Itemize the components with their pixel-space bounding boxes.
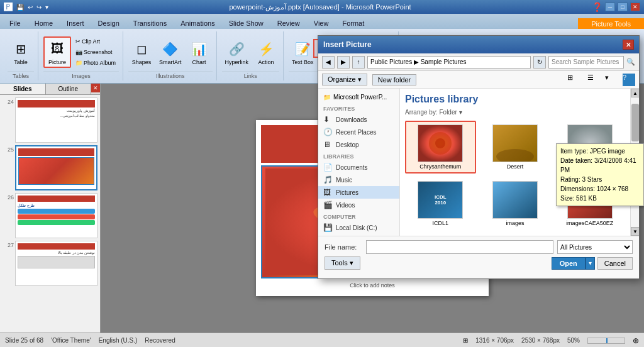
sidebar-documents[interactable]: 📄 Documents [318,161,399,174]
tab-review[interactable]: Review [270,17,307,29]
file-item-icdl[interactable]: ICDL2010 ICDL1 [405,177,476,230]
search-icon: 🔍 [626,58,635,66]
svg-point-14 [435,138,445,148]
slide-panel-close[interactable]: ✕ [91,84,100,92]
sidebar-local-disk[interactable]: 💾 Local Disk (C:) [318,221,399,234]
sidebar-music[interactable]: 🎵 Music [318,174,399,186]
tooltip-item-type: Item type: JPEG image [560,146,640,156]
slide-preview-25[interactable] [15,145,97,190]
icdl-label: ICDL1 [433,220,449,226]
slide-thumb-26[interactable]: 26 طرح تفکل [3,193,97,238]
open-dropdown-button[interactable]: ▾ [586,257,595,270]
slide-thumb-25[interactable]: 25 [3,145,97,190]
outline-tab[interactable]: Outline [46,84,92,94]
tab-view[interactable]: View [307,17,336,29]
desktop-icon: 🖥 [323,140,333,149]
action-button[interactable]: ⚡ Action [253,37,279,67]
images-group-label: Images [43,71,119,79]
favorites-label: Favorites [318,103,399,113]
ribbon-group-links: 🔗 Hyperlink ⚡ Action Links [218,31,284,80]
close-button[interactable]: ✕ [630,3,640,11]
shapes-button[interactable]: ◻ Shapes [128,37,155,67]
sidebar-desktop[interactable]: 🖥 Desktop [318,138,399,151]
tools-button[interactable]: Tools ▾ [325,256,360,270]
slides-tab[interactable]: Slides [0,84,46,94]
screenshot-button[interactable]: 📷 Screenshot [72,47,119,57]
dialog-footer: File name: All Pictures Tools ▾ Open ▾ C… [318,236,639,278]
imagescaesar-label: imagesCAEA50EZ [566,220,613,226]
zoom-in-icon[interactable]: ⊕ [633,336,639,345]
open-button-group: Open ▾ [552,257,595,270]
slide-thumb-27[interactable]: 27 نوشتن متن در طبقه بالا [3,241,97,286]
chart-icon: 📊 [189,39,209,59]
tab-insert[interactable]: Insert [60,17,91,29]
ribbon-group-tables: ⊞ Table Tables [4,31,38,80]
titlebar: 🅿 💾 ↩ ↪ ▾ powerpoint-آموزش.pptx [Autosav… [0,0,644,14]
picture-button[interactable]: 🖼 Picture [43,36,71,68]
hyperlink-icon: 🔗 [226,39,247,59]
tab-home[interactable]: Home [28,17,60,29]
file-type-select[interactable]: All Pictures [557,240,633,254]
downloads-icon: ⬇ [323,115,333,124]
tab-transitions[interactable]: Transitions [126,17,174,29]
nav-up-button[interactable]: ↑ [352,56,365,69]
smartart-button[interactable]: 🔷 SmartArt [156,37,185,67]
zoom-slider[interactable] [587,338,625,344]
canvas-note: Click to add notes [256,281,489,290]
slide-preview-26[interactable]: طرح تفکل [15,193,97,238]
documents-icon: 📄 [323,163,333,172]
slide-preview-24[interactable]: آموزش پاورپوینت محتوا و مطالب آموزشی... [15,97,97,143]
tab-design[interactable]: Design [91,17,126,29]
search-input[interactable] [548,56,624,69]
table-icon: ⊞ [11,39,31,59]
tab-file[interactable]: File [3,17,28,29]
cancel-button[interactable]: Cancel [597,257,633,270]
ms-powerpointp-link[interactable]: 📁 Microsoft PowerP... [318,91,399,103]
view-toggle-2[interactable]: ☰ [587,74,600,86]
sidebar-pictures[interactable]: 🖼 Pictures [318,186,399,199]
view-toggle-1[interactable]: ⊞ [567,74,582,86]
slide-num-27: 27 [3,241,14,248]
pictures-icon: 🖼 [323,188,333,197]
tab-slideshow[interactable]: Slide Show [222,17,270,29]
maximize-button[interactable]: □ [618,3,628,11]
table-button[interactable]: ⊞ Table [8,37,34,67]
slide-thumb-24[interactable]: 24 آموزش پاورپوینت محتوا و مطالب آموزشی.… [3,97,97,143]
tab-animations[interactable]: Animations [174,17,221,29]
minimize-button[interactable]: ─ [605,3,615,11]
slide-thumbnails: 24 آموزش پاورپوینت محتوا و مطالب آموزشی.… [0,95,100,333]
links-group-label: Links [222,71,280,79]
action-icon: ⚡ [256,39,276,59]
photo-album-button[interactable]: 📁 Photo Album [72,58,119,68]
nav-refresh-button[interactable]: ↻ [533,56,546,69]
sidebar-videos[interactable]: 🎬 Videos [318,199,399,211]
tab-format[interactable]: Format [335,17,371,29]
dialog-address-bar: ◀ ▶ ↑ Public Pictures ▶ Sample Pictures … [318,53,639,71]
tooltip-dimensions: Dimensions: 1024 × 768 [560,184,640,194]
nav-forward-button[interactable]: ▶ [337,56,350,69]
file-item-chrysanthemum[interactable]: Chrysanthemum [405,121,476,174]
file-item-images[interactable]: images [480,177,551,230]
new-folder-button[interactable]: New folder [372,74,417,85]
sidebar-downloads[interactable]: ⬇ Downloads [318,113,399,126]
textbox-button[interactable]: 📝 Text Box [289,37,317,67]
file-item-desert[interactable]: Desert [480,121,551,174]
sidebar-recent-places[interactable]: 🕐 Recent Places [318,126,399,138]
clip-art-icon: ✂ [75,38,80,45]
clip-art-button[interactable]: ✂ Clip Art [72,36,119,47]
open-button[interactable]: Open [552,257,586,270]
dialog-close-button[interactable]: ✕ [623,40,634,50]
organize-button[interactable]: Organize ▾ [322,74,367,85]
slide-preview-27[interactable]: نوشتن متن در طبقه بالا [15,241,97,286]
help-dialog-button[interactable]: ? [623,74,635,86]
chart-button[interactable]: 📊 Chart [186,37,213,67]
hyperlink-button[interactable]: 🔗 Hyperlink [222,37,252,67]
tab-picture-tools[interactable]: Picture Tools [578,18,644,29]
music-icon: 🎵 [323,175,333,184]
nav-back-button[interactable]: ◀ [322,56,335,69]
language-info: English (U.S.) [99,337,138,344]
address-path-text: Public Pictures ▶ Sample Pictures [370,58,467,65]
view-toggle-3[interactable]: ▾ [605,74,618,86]
file-name-label: File name: [325,243,362,251]
file-name-input[interactable] [366,240,553,254]
